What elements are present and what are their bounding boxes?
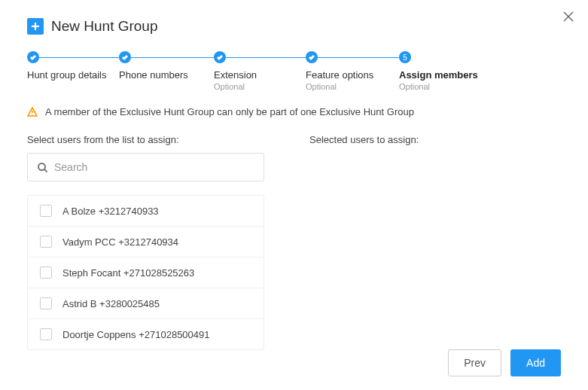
search-icon: [37, 162, 48, 173]
dialog-new-hunt-group: New Hunt Group Hunt group details Phone …: [0, 0, 588, 390]
step-feature-options[interactable]: Feature options Optional: [306, 51, 399, 91]
user-list: A Bolze +3212740933 Vadym PCC +321274093…: [27, 195, 264, 350]
stepper: Hunt group details Phone numbers Extensi…: [27, 51, 561, 91]
dialog-footer: Prev Add: [448, 349, 561, 376]
available-users-column: Select users from the list to assign: A …: [27, 134, 264, 350]
stepper-line: [318, 57, 399, 58]
step-sublabel: Optional: [399, 82, 430, 91]
step-label: Feature options: [306, 69, 373, 81]
search-input[interactable]: [54, 161, 254, 173]
list-item[interactable]: Vadym PCC +3212740934: [28, 227, 264, 257]
add-button[interactable]: Add: [510, 349, 561, 376]
user-label: Astrid B +3280025485: [62, 298, 160, 309]
selected-users-column: Selected users to assign:: [309, 134, 561, 350]
list-item[interactable]: A Bolze +3212740933: [28, 196, 264, 227]
dialog-header: New Hunt Group: [27, 18, 561, 35]
dialog-title: New Hunt Group: [51, 18, 158, 35]
warning-text: A member of the Exclusive Hunt Group can…: [45, 106, 414, 117]
check-icon: [214, 51, 226, 63]
step-number-icon: 5: [399, 51, 411, 63]
checkbox[interactable]: [40, 328, 52, 340]
stepper-line: [131, 57, 214, 58]
step-sublabel: Optional: [306, 82, 337, 91]
step-label: Assign members: [399, 69, 478, 81]
selected-title: Selected users to assign:: [309, 134, 561, 145]
step-hunt-group-details[interactable]: Hunt group details: [27, 51, 119, 81]
check-icon: [119, 51, 131, 63]
step-phone-numbers[interactable]: Phone numbers: [119, 51, 214, 81]
close-button[interactable]: [559, 8, 577, 26]
step-extension[interactable]: Extension Optional: [214, 51, 306, 91]
step-label: Extension: [214, 69, 257, 81]
list-item[interactable]: Steph Focant +271028525263: [28, 257, 264, 288]
list-item[interactable]: Astrid B +3280025485: [28, 288, 264, 319]
search-box[interactable]: [27, 153, 264, 181]
plus-icon: [27, 18, 44, 35]
svg-point-7: [38, 163, 45, 170]
check-icon: [27, 51, 39, 63]
warning-message: A member of the Exclusive Hunt Group can…: [27, 106, 561, 117]
stepper-line: [226, 57, 306, 58]
checkbox[interactable]: [40, 267, 52, 279]
step-label: Hunt group details: [27, 69, 107, 81]
available-title: Select users from the list to assign:: [27, 134, 264, 145]
step-label: Phone numbers: [119, 69, 188, 81]
user-label: Steph Focant +271028525263: [62, 267, 194, 279]
user-label: Vadym PCC +3212740934: [62, 236, 178, 248]
close-icon: [562, 11, 574, 23]
user-label: Doortje Coppens +271028500491: [62, 329, 210, 340]
assign-columns: Select users from the list to assign: A …: [27, 134, 561, 350]
checkbox[interactable]: [40, 236, 52, 248]
user-label: A Bolze +3212740933: [62, 206, 159, 217]
step-sublabel: Optional: [214, 82, 245, 91]
svg-line-8: [44, 169, 47, 172]
checkbox[interactable]: [40, 205, 52, 217]
checkbox[interactable]: [40, 297, 52, 309]
list-item[interactable]: Doortje Coppens +271028500491: [28, 319, 264, 349]
step-assign-members[interactable]: 5 Assign members Optional: [399, 51, 478, 91]
stepper-line: [39, 57, 119, 58]
check-icon: [306, 51, 318, 63]
prev-button[interactable]: Prev: [448, 349, 501, 376]
warning-icon: [27, 107, 38, 117]
